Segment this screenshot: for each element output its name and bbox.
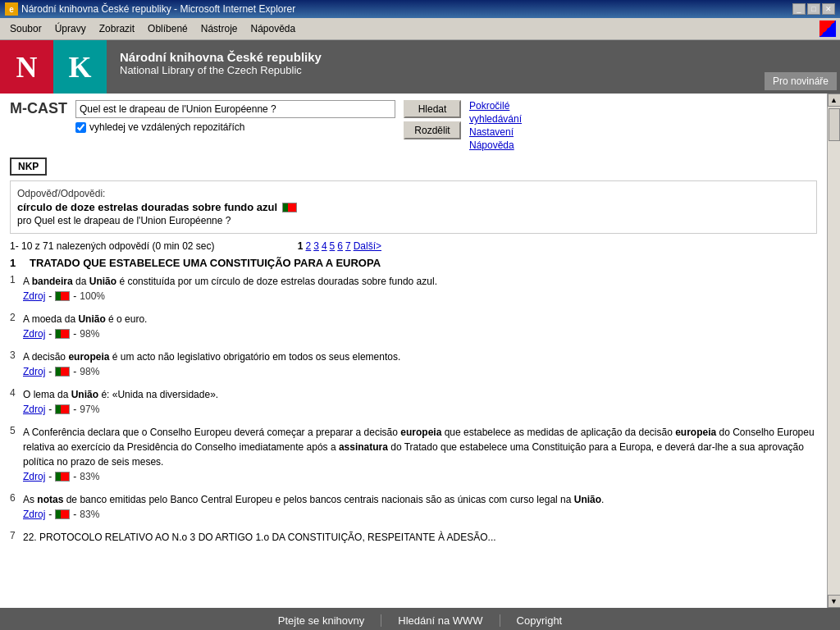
page-3[interactable]: 3 <box>313 240 319 252</box>
window-controls[interactable]: _ □ ✕ <box>792 3 835 15</box>
checkbox-row: vyhledej ve vzdálených repozitářích <box>75 121 395 133</box>
item-num-5: 5 <box>10 425 23 436</box>
flag-3 <box>55 367 70 377</box>
item-text-1: A bandeira da União é constituída por um… <box>23 274 437 289</box>
page-5[interactable]: 5 <box>330 240 336 252</box>
result-item-4: 4 O lema da União é: «Unida na diversida… <box>10 387 817 420</box>
pro-novinar-button[interactable]: Pro novináře <box>765 72 837 90</box>
menu-soubor[interactable]: Soubor <box>3 21 48 36</box>
item-num-4: 4 <box>10 387 23 399</box>
scroll-down-button[interactable]: ▼ <box>828 595 841 608</box>
item-text-3: A decisão europeia é um acto não legisla… <box>23 349 400 364</box>
checkbox-label: vyhledej ve vzdálených repozitářích <box>89 121 244 133</box>
page-7[interactable]: 7 <box>345 240 351 252</box>
advanced-search-link1[interactable]: Pokročilé <box>469 100 522 112</box>
score-2: 98% <box>80 328 99 340</box>
flag-5 <box>55 472 70 482</box>
page-6[interactable]: 6 <box>337 240 343 252</box>
result-item-2: 2 A moeda da União é o euro. Zdroj - - 9… <box>10 312 817 345</box>
close-button[interactable]: ✕ <box>822 3 835 15</box>
minimize-button[interactable]: _ <box>792 3 806 15</box>
split-button[interactable]: Rozdělit <box>404 121 461 139</box>
page-2[interactable]: 2 <box>306 240 312 252</box>
header-text: Národní knihovna České republiky Nationa… <box>107 40 335 94</box>
menu-upravy[interactable]: Úpravy <box>48 21 93 36</box>
item-text-2: A moeda da União é o euro. <box>23 312 147 326</box>
advanced-search-link2[interactable]: vyhledávání <box>469 113 522 125</box>
scrollbar-track[interactable] <box>828 107 841 595</box>
source-link-6[interactable]: Zdroj <box>23 509 45 520</box>
stats-text: 1- 10 z 71 nalezených odpovědí (0 min 02… <box>10 240 214 252</box>
page-4[interactable]: 4 <box>322 240 327 252</box>
title-bar: e Národní knihovna České republiky - Mic… <box>0 0 840 18</box>
item-num-7: 7 <box>10 530 23 541</box>
header-logo: N K <box>0 40 107 94</box>
menu-oblibene[interactable]: Oblíbené <box>141 21 194 36</box>
footer-link-copyright[interactable]: Copyright <box>500 614 579 627</box>
header-subtitle: National Library of the Czech Republic <box>120 64 322 76</box>
header-title: Národní knihovna České republiky <box>120 50 322 64</box>
footer: Ptejte se knihovny Hledání na WWW Copyri… <box>0 608 840 630</box>
search-area: M-CAST vyhledej ve vzdálených repozitáří… <box>10 100 817 151</box>
source-line-1: Zdroj - - 100% <box>23 290 437 302</box>
main-wrapper: M-CAST vyhledej ve vzdálených repozitáří… <box>0 94 840 608</box>
settings-link[interactable]: Nastavení <box>469 126 522 138</box>
windows-logo <box>819 20 837 38</box>
menu-bar: Soubor Úpravy Zobrazit Oblíbené Nástroje… <box>0 18 840 40</box>
query-line: pro Quel est le drapeau de l'Union Europ… <box>17 215 810 226</box>
item-num-2: 2 <box>10 312 23 323</box>
menu-nastroje[interactable]: Nástroje <box>194 21 244 36</box>
source-link-5[interactable]: Zdroj <box>23 471 45 482</box>
search-button[interactable]: Hledat <box>404 100 461 118</box>
maximize-button[interactable]: □ <box>807 3 820 15</box>
source-link-2[interactable]: Zdroj <box>23 328 45 340</box>
menu-zobrazit[interactable]: Zobrazit <box>93 21 141 36</box>
remote-repos-checkbox[interactable] <box>75 122 86 133</box>
flag-2 <box>55 329 70 339</box>
scrollbar[interactable]: ▲ ▼ <box>827 94 840 608</box>
source-link-3[interactable]: Zdroj <box>23 366 45 377</box>
result-item-6: 6 As notas de banco emitidas pelo Banco … <box>10 492 817 525</box>
item-num-6: 6 <box>10 492 23 504</box>
page-links: 1 2 3 4 5 6 7 Další> <box>298 240 381 252</box>
source-line-2: Zdroj - - 98% <box>23 328 147 340</box>
portugal-flag <box>282 203 297 212</box>
footer-link-library[interactable]: Ptejte se knihovny <box>262 614 382 627</box>
item-text-5: A Conferência declara que o Conselho Eur… <box>23 425 817 469</box>
result-item-3: 3 A decisão europeia é um acto não legis… <box>10 349 817 382</box>
flag-1 <box>55 291 70 301</box>
result-item-1: 1 A bandeira da União é constituída por … <box>10 274 817 307</box>
score-1: 100% <box>80 290 105 302</box>
item-text-6: As notas de banco emitidas pelo Banco Ce… <box>23 492 604 507</box>
dash-2: - <box>73 290 76 302</box>
help-link[interactable]: Nápověda <box>469 139 522 151</box>
header-right: Pro novináře <box>761 40 840 94</box>
result-item-7: 7 22. PROTOCOLO RELATIVO AO N.o 3 DO ART… <box>10 530 817 545</box>
source-line-3: Zdroj - - 98% <box>23 366 400 377</box>
result-item-5: 5 A Conferência declara que o Conselho E… <box>10 425 817 487</box>
scrollbar-thumb[interactable] <box>829 108 840 141</box>
item-num-1: 1 <box>10 274 23 285</box>
footer-link-www[interactable]: Hledání na WWW <box>381 614 500 627</box>
logo-k: K <box>53 40 107 94</box>
answer-label: Odpověď/Odpovědi: <box>17 188 810 199</box>
score-6: 83% <box>80 509 99 520</box>
search-buttons: Hledat Rozdělit <box>404 100 461 139</box>
score-3: 98% <box>80 366 99 377</box>
mcast-label: M-CAST <box>10 100 67 117</box>
menu-napoveda[interactable]: Nápověda <box>244 21 302 36</box>
source-link-4[interactable]: Zdroj <box>23 404 45 415</box>
answer-text: círculo de doze estrelas douradas sobre … <box>17 201 277 213</box>
next-page[interactable]: Další> <box>354 240 381 252</box>
menu-items: Soubor Úpravy Zobrazit Oblíbené Nástroje… <box>3 21 302 36</box>
item-num-3: 3 <box>10 349 23 361</box>
scroll-up-button[interactable]: ▲ <box>828 94 841 107</box>
logo-nk: N <box>0 40 53 94</box>
search-input[interactable] <box>75 100 395 118</box>
score-5: 83% <box>80 471 99 482</box>
nkp-box: NKP <box>10 158 47 176</box>
result-stats: 1- 10 z 71 nalezených odpovědí (0 min 02… <box>10 240 817 252</box>
score-4: 97% <box>80 404 99 415</box>
source-line-6: Zdroj - - 83% <box>23 509 604 520</box>
source-link-1[interactable]: Zdroj <box>23 290 45 302</box>
